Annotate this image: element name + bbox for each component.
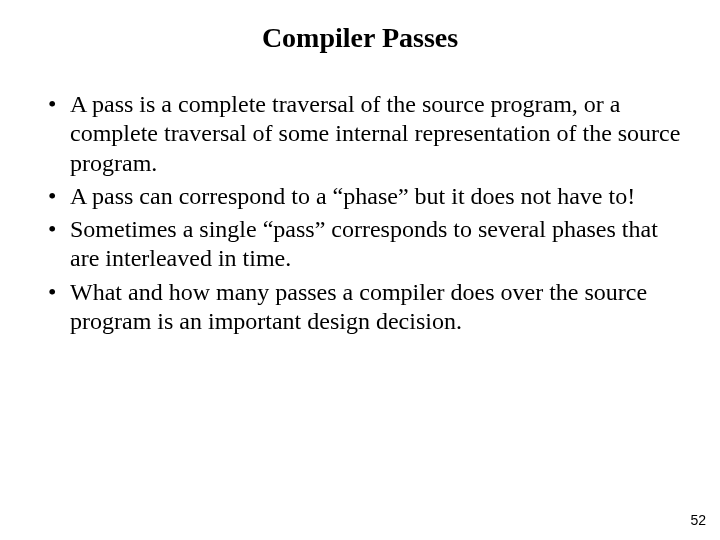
bullet-list: A pass is a complete traversal of the so… [30,90,690,336]
slide: Compiler Passes A pass is a complete tra… [0,0,720,540]
list-item: A pass is a complete traversal of the so… [48,90,690,178]
slide-title: Compiler Passes [30,22,690,54]
page-number: 52 [690,512,706,528]
list-item: What and how many passes a compiler does… [48,278,690,337]
list-item: Sometimes a single “pass” corresponds to… [48,215,690,274]
list-item: A pass can correspond to a “phase” but i… [48,182,690,211]
